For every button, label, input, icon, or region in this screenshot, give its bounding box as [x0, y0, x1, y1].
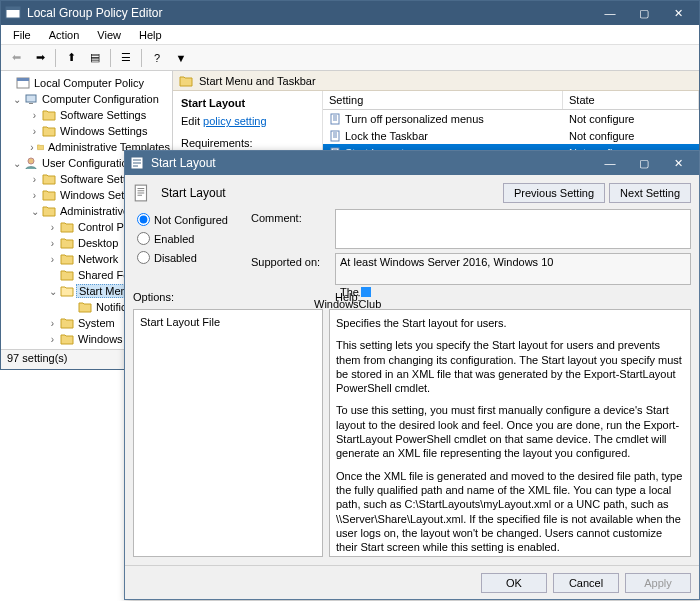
apply-button[interactable]: Apply — [625, 573, 691, 593]
ok-button[interactable]: OK — [481, 573, 547, 593]
radio-not-configured[interactable]: Not Configured — [137, 213, 239, 226]
next-setting-button[interactable]: Next Setting — [609, 183, 691, 203]
options-label: Options: — [133, 291, 329, 303]
maximize-button[interactable]: ▢ — [627, 2, 661, 24]
expand-icon[interactable]: › — [29, 174, 40, 185]
collapse-icon[interactable]: ⌄ — [11, 158, 22, 169]
close-button[interactable]: ✕ — [661, 2, 695, 24]
requirements-label: Requirements: — [181, 137, 314, 149]
field-column: Comment: Supported on: At least Windows … — [251, 209, 691, 285]
help-pane[interactable]: Specifies the Start layout for users. Th… — [329, 309, 691, 557]
folder-icon — [60, 236, 74, 250]
edit-policy-link[interactable]: policy setting — [203, 115, 267, 127]
help-p1: Specifies the Start layout for users. — [336, 316, 684, 330]
expand-icon[interactable]: › — [47, 318, 58, 329]
forward-button[interactable]: ➡ — [29, 47, 51, 69]
options-pane: Start Layout File — [133, 309, 323, 557]
collapse-icon[interactable]: ⌄ — [47, 286, 58, 297]
tree-computer-config[interactable]: ⌄Computer Configuration — [1, 91, 172, 107]
properties-button[interactable]: ☰ — [115, 47, 137, 69]
folder-icon — [42, 204, 56, 218]
folder-icon — [42, 188, 56, 202]
tree-item[interactable]: ›Software Settings — [1, 107, 172, 123]
cancel-button[interactable]: Cancel — [553, 573, 619, 593]
state-radios: Not Configured Enabled Disabled — [133, 209, 243, 285]
detail-header: Start Menu and Taskbar — [173, 71, 699, 91]
supported-text: At least Windows Server 2016, Windows 10 — [335, 253, 691, 285]
menubar: File Action View Help — [1, 25, 699, 45]
gpedit-titlebar[interactable]: Local Group Policy Editor — ▢ ✕ — [1, 1, 699, 25]
menu-view[interactable]: View — [89, 27, 129, 43]
expand-icon[interactable]: › — [29, 110, 40, 121]
expand-icon[interactable]: › — [47, 222, 58, 233]
menu-action[interactable]: Action — [41, 27, 88, 43]
user-icon — [24, 156, 38, 170]
policy-name: Start Layout — [181, 97, 314, 109]
tree-root[interactable]: Local Computer Policy — [1, 75, 172, 91]
computer-icon — [24, 92, 38, 106]
previous-setting-button[interactable]: Previous Setting — [503, 183, 605, 203]
help-p3: To use this setting, you must first manu… — [336, 403, 684, 460]
expand-icon[interactable]: › — [47, 254, 58, 265]
supported-label: Supported on: — [251, 253, 329, 285]
policy-icon — [16, 76, 30, 90]
menu-file[interactable]: File — [5, 27, 39, 43]
separator — [55, 49, 56, 67]
filter-button[interactable]: ▼ — [170, 47, 192, 69]
radio-disabled[interactable]: Disabled — [137, 251, 239, 264]
dialog-minimize-button[interactable]: — — [593, 152, 627, 174]
expand-icon[interactable]: › — [29, 126, 40, 137]
option-start-layout-file: Start Layout File — [140, 316, 316, 328]
folder-icon — [60, 332, 74, 346]
help-button[interactable]: ? — [146, 47, 168, 69]
minimize-button[interactable]: — — [593, 2, 627, 24]
folder-open-icon — [60, 284, 74, 298]
col-state[interactable]: State — [563, 91, 699, 109]
start-layout-dialog: Start Layout — ▢ ✕ Start Layout Previous… — [124, 150, 700, 600]
expand-icon[interactable]: › — [29, 142, 35, 153]
comment-label: Comment: — [251, 209, 329, 249]
dialog-title: Start Layout — [151, 156, 593, 170]
detail-header-text: Start Menu and Taskbar — [199, 75, 316, 87]
separator — [141, 49, 142, 67]
help-p4: Once the XML file is generated and moved… — [336, 469, 684, 555]
up-button[interactable]: ⬆ — [60, 47, 82, 69]
dialog-footer: OK Cancel Apply — [125, 565, 699, 599]
tree-item[interactable]: ›Windows Settings — [1, 123, 172, 139]
dialog-maximize-button[interactable]: ▢ — [627, 152, 661, 174]
toolbar: ⬅ ➡ ⬆ ▤ ☰ ? ▼ — [1, 45, 699, 71]
setting-name: Lock the Taskbar — [345, 130, 428, 142]
expand-icon[interactable]: › — [47, 334, 58, 345]
dialog-body: Start Layout Previous Setting Next Setti… — [125, 175, 699, 565]
help-label: Help: — [335, 291, 361, 303]
menu-help[interactable]: Help — [131, 27, 170, 43]
show-hide-button[interactable]: ▤ — [84, 47, 106, 69]
grid-header[interactable]: Setting State — [323, 91, 699, 110]
folder-icon — [78, 300, 92, 314]
dialog-titlebar[interactable]: Start Layout — ▢ ✕ — [125, 151, 699, 175]
folder-icon — [37, 140, 44, 154]
table-row[interactable]: Turn off personalized menusNot configure — [323, 110, 699, 127]
dialog-close-button[interactable]: ✕ — [661, 152, 695, 174]
policy-item-icon — [329, 113, 341, 125]
svg-rect-3 — [17, 78, 29, 81]
radio-enabled[interactable]: Enabled — [137, 232, 239, 245]
policy-item-icon — [329, 130, 341, 142]
window-title: Local Group Policy Editor — [27, 6, 593, 20]
setting-state: Not configure — [563, 130, 699, 142]
folder-icon — [42, 172, 56, 186]
expand-icon[interactable]: › — [47, 238, 58, 249]
col-setting[interactable]: Setting — [323, 91, 563, 109]
back-button[interactable]: ⬅ — [5, 47, 27, 69]
svg-rect-4 — [26, 95, 36, 102]
comment-input[interactable] — [335, 209, 691, 249]
collapse-icon[interactable]: ⌄ — [11, 94, 22, 105]
collapse-icon[interactable]: ⌄ — [29, 206, 40, 217]
dialog-top-row: Start Layout Previous Setting Next Setti… — [133, 183, 691, 203]
table-row[interactable]: Lock the TaskbarNot configure — [323, 127, 699, 144]
expand-icon[interactable]: › — [29, 190, 40, 201]
folder-icon — [179, 74, 193, 88]
folder-icon — [42, 108, 56, 122]
help-p2: This setting lets you specify the Start … — [336, 338, 684, 395]
folder-icon — [60, 220, 74, 234]
